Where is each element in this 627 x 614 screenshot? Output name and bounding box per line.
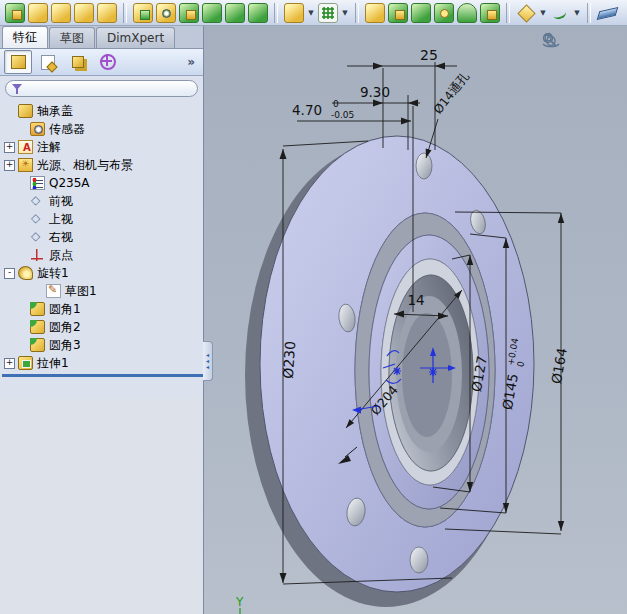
tree-item-label: 光源、相机与布景 — [37, 157, 133, 174]
command-manager-tabs: 特征 草图 DimXpert — [0, 26, 203, 49]
boundary-cut-icon[interactable] — [248, 3, 268, 23]
more-tabs-chevron[interactable]: » — [187, 55, 199, 69]
tree-item-label: 旋转1 — [37, 265, 69, 282]
tree-item-part-root[interactable]: 轴承盖 — [2, 102, 203, 120]
zoom-to-area-icon[interactable] — [569, 31, 591, 51]
extruded-boss-icon[interactable] — [5, 3, 25, 23]
tree-filter-box[interactable] — [5, 80, 198, 97]
boundary-boss-icon[interactable] — [97, 3, 117, 23]
plane-icon — [30, 194, 45, 208]
wrap-icon[interactable] — [434, 3, 454, 23]
tree-item-label: 原点 — [49, 247, 73, 264]
fillet-dropdown-arrow[interactable] — [307, 9, 315, 17]
reference-geometry-dropdown-arrow[interactable] — [539, 9, 547, 17]
bolt-hole[interactable] — [410, 547, 428, 573]
tree-item-material[interactable]: Q235A — [2, 174, 203, 192]
plane-icon — [30, 230, 45, 244]
bolt-hole[interactable] — [416, 153, 432, 179]
tree-item-label: 草图1 — [65, 283, 97, 300]
expand-toggle[interactable]: - — [4, 268, 15, 279]
mirror-icon[interactable] — [480, 3, 500, 23]
tab-dimxpert[interactable]: DimXpert — [96, 27, 175, 48]
tree-item-origin[interactable]: 原点 — [2, 246, 203, 264]
revolved-boss-icon[interactable] — [28, 3, 48, 23]
dome-icon[interactable] — [457, 3, 477, 23]
tree-item-extrude1[interactable]: + 拉伸1 — [2, 354, 203, 372]
dimxpertmanager-tab[interactable] — [94, 50, 122, 74]
propertymanager-icon — [41, 55, 55, 70]
extruded-cut-icon[interactable] — [133, 3, 153, 23]
expand-toggle[interactable]: + — [4, 358, 15, 369]
dim-230[interactable]: Ø230 — [280, 341, 299, 380]
hole-wizard-icon[interactable] — [156, 3, 176, 23]
tree-item-sketch1[interactable]: 草图1 — [2, 282, 203, 300]
fillet-icon[interactable] — [284, 3, 304, 23]
linear-pattern-dropdown-arrow[interactable] — [341, 9, 349, 17]
featuremanager-tree-tab[interactable] — [4, 50, 32, 74]
rib-icon[interactable] — [411, 3, 431, 23]
tree-item-fillet3[interactable]: 圆角3 — [2, 336, 203, 354]
extrude-icon — [18, 356, 33, 370]
feature-manager-panel: 特征 草图 DimXpert » 轴承盖 传感器 — [0, 26, 204, 614]
plane-icon — [30, 212, 45, 226]
instant3d-icon[interactable] — [597, 3, 617, 23]
tree-item-annotations[interactable]: + 注解 — [2, 138, 203, 156]
reference-triad: Y — [235, 595, 244, 614]
expand-toggle[interactable]: + — [4, 160, 15, 171]
curves-icon[interactable] — [550, 3, 570, 23]
swept-boss-icon[interactable] — [51, 3, 71, 23]
tab-sketch[interactable]: 草图 — [49, 27, 95, 48]
tree-item-fillet2[interactable]: 圆角2 — [2, 318, 203, 336]
reference-geometry-icon[interactable] — [516, 3, 536, 23]
panel-empty-area — [0, 398, 203, 614]
model-viewport[interactable]: 25 9.30 4.70 0 -0.05 Ø14通孔 14 Ø230 Ø127 — [204, 27, 627, 614]
tree-item-lights-cameras-scene[interactable]: + 光源、相机与布景 — [2, 156, 203, 174]
fillet-icon — [30, 338, 45, 352]
swept-cut-icon[interactable] — [202, 3, 222, 23]
draft-icon[interactable] — [365, 3, 385, 23]
expand-toggle[interactable]: + — [4, 142, 15, 153]
dim-hole-callout[interactable]: Ø14通孔 — [431, 70, 472, 117]
revolve-icon — [18, 266, 33, 280]
tree-item-label: 拉伸1 — [37, 355, 69, 372]
dim-25[interactable]: 25 — [420, 47, 438, 63]
rotate-view-icon[interactable] — [597, 31, 619, 51]
manager-tab-row: » — [0, 49, 203, 76]
tree-item-sensors[interactable]: 传感器 — [2, 120, 203, 138]
tree-item-front-plane[interactable]: 前视 — [2, 192, 203, 210]
toolbar-separator — [506, 3, 510, 23]
tree-item-label: 前视 — [49, 193, 73, 210]
propertymanager-tab[interactable] — [34, 50, 62, 74]
dim-4.70[interactable]: 4.70 0 -0.05 — [292, 99, 354, 120]
annotations-icon — [18, 140, 33, 154]
revolved-cut-icon[interactable] — [179, 3, 199, 23]
dim-9.30[interactable]: 9.30 — [360, 84, 390, 100]
tree-item-top-plane[interactable]: 上视 — [2, 210, 203, 228]
tree-item-label: 传感器 — [49, 121, 85, 138]
features-toolbar — [0, 0, 627, 26]
toolbar-separator — [123, 3, 127, 23]
shell-icon[interactable] — [388, 3, 408, 23]
curves-dropdown-arrow[interactable] — [573, 9, 581, 17]
graphics-area[interactable]: 25 9.30 4.70 0 -0.05 Ø14通孔 14 Ø230 Ø127 — [204, 26, 627, 614]
dim-14[interactable]: 14 — [407, 292, 424, 308]
material-icon — [30, 176, 45, 190]
sketch-icon — [46, 284, 61, 298]
panel-collapse-handle[interactable] — [203, 341, 213, 381]
tree-item-revolve1[interactable]: - 旋转1 — [2, 264, 203, 282]
dimxpertmanager-icon — [100, 54, 116, 70]
tree-item-label: 圆角3 — [49, 337, 81, 354]
feature-tree: 轴承盖 传感器 + 注解 + 光源、相机与布景 Q235A — [0, 100, 203, 377]
linear-pattern-icon[interactable] — [318, 3, 338, 23]
filter-funnel-icon — [12, 83, 23, 94]
tree-item-right-plane[interactable]: 右视 — [2, 228, 203, 246]
dim-164[interactable]: Ø164 — [548, 347, 570, 386]
lofted-boss-icon[interactable] — [74, 3, 94, 23]
tree-item-fillet1[interactable]: 圆角1 — [2, 300, 203, 318]
solidworks-window: 特征 草图 DimXpert » 轴承盖 传感器 — [0, 0, 627, 614]
configurationmanager-tab[interactable] — [64, 50, 92, 74]
tree-item-label: 圆角2 — [49, 319, 81, 336]
lofted-cut-icon[interactable] — [225, 3, 245, 23]
tab-features[interactable]: 特征 — [2, 26, 48, 48]
tree-splitter-line[interactable] — [2, 374, 203, 377]
